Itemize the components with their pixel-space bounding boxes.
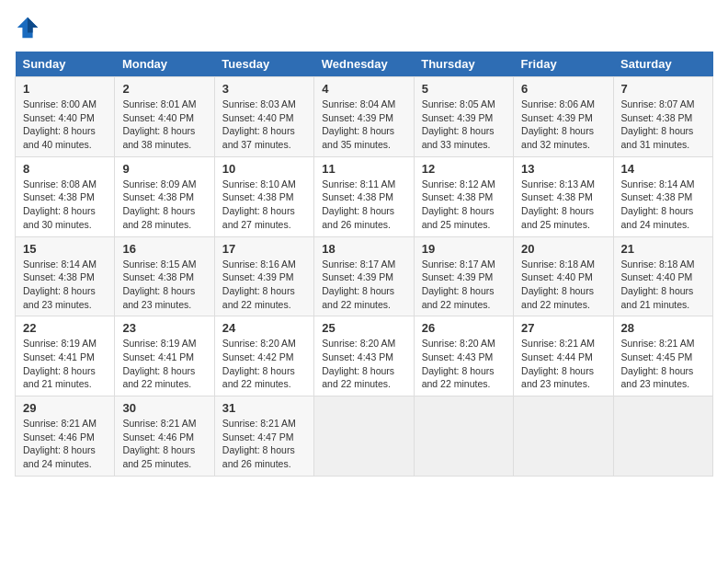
day-info: Sunrise: 8:09 AM Sunset: 4:38 PM Dayligh… — [122, 178, 206, 232]
day-info: Sunrise: 8:18 AM Sunset: 4:40 PM Dayligh… — [621, 258, 705, 312]
weekday-tuesday: Tuesday — [214, 52, 313, 77]
day-info: Sunrise: 8:21 AM Sunset: 4:44 PM Dayligh… — [521, 337, 605, 391]
weekday-header-row: SundayMondayTuesdayWednesdayThursdayFrid… — [16, 52, 713, 77]
day-info: Sunrise: 8:01 AM Sunset: 4:40 PM Dayligh… — [122, 98, 206, 152]
day-cell: 17Sunrise: 8:16 AM Sunset: 4:39 PM Dayli… — [214, 236, 313, 316]
day-cell: 20Sunrise: 8:18 AM Sunset: 4:40 PM Dayli… — [514, 236, 613, 316]
day-cell: 19Sunrise: 8:17 AM Sunset: 4:39 PM Dayli… — [414, 236, 513, 316]
day-cell: 16Sunrise: 8:15 AM Sunset: 4:38 PM Dayli… — [115, 236, 214, 316]
day-cell — [314, 396, 414, 477]
day-cell: 23Sunrise: 8:19 AM Sunset: 4:41 PM Dayli… — [115, 316, 214, 396]
day-info: Sunrise: 8:03 AM Sunset: 4:40 PM Dayligh… — [222, 98, 306, 152]
day-number: 31 — [222, 401, 306, 415]
day-number: 21 — [621, 242, 705, 256]
day-cell: 31Sunrise: 8:21 AM Sunset: 4:47 PM Dayli… — [214, 396, 313, 477]
calendar-table: SundayMondayTuesdayWednesdayThursdayFrid… — [15, 52, 713, 477]
weekday-monday: Monday — [115, 52, 214, 77]
day-cell: 11Sunrise: 8:11 AM Sunset: 4:38 PM Dayli… — [314, 156, 414, 236]
day-number: 16 — [122, 242, 206, 256]
day-info: Sunrise: 8:20 AM Sunset: 4:43 PM Dayligh… — [322, 337, 405, 391]
day-cell: 3Sunrise: 8:03 AM Sunset: 4:40 PM Daylig… — [214, 77, 313, 157]
day-info: Sunrise: 8:15 AM Sunset: 4:38 PM Dayligh… — [122, 258, 206, 312]
weekday-wednesday: Wednesday — [314, 52, 414, 77]
day-info: Sunrise: 8:20 AM Sunset: 4:42 PM Dayligh… — [222, 337, 306, 391]
day-cell: 13Sunrise: 8:13 AM Sunset: 4:38 PM Dayli… — [514, 156, 613, 236]
week-row-5: 29Sunrise: 8:21 AM Sunset: 4:46 PM Dayli… — [16, 396, 713, 477]
week-row-2: 8Sunrise: 8:08 AM Sunset: 4:38 PM Daylig… — [16, 156, 713, 236]
day-info: Sunrise: 8:21 AM Sunset: 4:47 PM Dayligh… — [222, 417, 306, 471]
day-info: Sunrise: 8:21 AM Sunset: 4:45 PM Dayligh… — [621, 337, 705, 391]
day-cell: 15Sunrise: 8:14 AM Sunset: 4:38 PM Dayli… — [16, 236, 115, 316]
day-info: Sunrise: 8:19 AM Sunset: 4:41 PM Dayligh… — [122, 337, 206, 391]
weekday-thursday: Thursday — [414, 52, 513, 77]
day-cell — [414, 396, 513, 477]
weekday-sunday: Sunday — [16, 52, 115, 77]
day-cell: 21Sunrise: 8:18 AM Sunset: 4:40 PM Dayli… — [613, 236, 712, 316]
day-cell: 2Sunrise: 8:01 AM Sunset: 4:40 PM Daylig… — [115, 77, 214, 157]
day-number: 6 — [521, 82, 605, 96]
weekday-saturday: Saturday — [613, 52, 712, 77]
day-info: Sunrise: 8:13 AM Sunset: 4:38 PM Dayligh… — [521, 178, 605, 232]
day-number: 28 — [621, 321, 705, 335]
day-info: Sunrise: 8:17 AM Sunset: 4:39 PM Dayligh… — [422, 258, 506, 312]
day-info: Sunrise: 8:00 AM Sunset: 4:40 PM Dayligh… — [23, 98, 107, 152]
page-header — [15, 15, 713, 40]
day-cell: 12Sunrise: 8:12 AM Sunset: 4:38 PM Dayli… — [414, 156, 513, 236]
day-info: Sunrise: 8:11 AM Sunset: 4:38 PM Dayligh… — [322, 178, 405, 232]
day-number: 13 — [521, 162, 605, 176]
day-number: 20 — [521, 242, 605, 256]
day-cell: 22Sunrise: 8:19 AM Sunset: 4:41 PM Dayli… — [16, 316, 115, 396]
day-number: 11 — [322, 162, 405, 176]
day-number: 18 — [322, 242, 405, 256]
day-cell: 24Sunrise: 8:20 AM Sunset: 4:42 PM Dayli… — [214, 316, 313, 396]
day-cell: 10Sunrise: 8:10 AM Sunset: 4:38 PM Dayli… — [214, 156, 313, 236]
day-number: 14 — [621, 162, 705, 176]
day-info: Sunrise: 8:12 AM Sunset: 4:38 PM Dayligh… — [422, 178, 506, 232]
day-info: Sunrise: 8:21 AM Sunset: 4:46 PM Dayligh… — [23, 417, 107, 471]
day-info: Sunrise: 8:06 AM Sunset: 4:39 PM Dayligh… — [521, 98, 605, 152]
day-info: Sunrise: 8:16 AM Sunset: 4:39 PM Dayligh… — [222, 258, 306, 312]
day-info: Sunrise: 8:17 AM Sunset: 4:39 PM Dayligh… — [322, 258, 405, 312]
day-cell: 30Sunrise: 8:21 AM Sunset: 4:46 PM Dayli… — [115, 396, 214, 477]
day-number: 23 — [122, 321, 206, 335]
day-number: 22 — [23, 321, 107, 335]
day-info: Sunrise: 8:14 AM Sunset: 4:38 PM Dayligh… — [621, 178, 705, 232]
day-cell: 18Sunrise: 8:17 AM Sunset: 4:39 PM Dayli… — [314, 236, 414, 316]
day-number: 9 — [122, 162, 206, 176]
day-number: 27 — [521, 321, 605, 335]
day-info: Sunrise: 8:10 AM Sunset: 4:38 PM Dayligh… — [222, 178, 306, 232]
day-info: Sunrise: 8:04 AM Sunset: 4:39 PM Dayligh… — [322, 98, 405, 152]
day-cell: 8Sunrise: 8:08 AM Sunset: 4:38 PM Daylig… — [16, 156, 115, 236]
day-number: 12 — [422, 162, 506, 176]
day-info: Sunrise: 8:20 AM Sunset: 4:43 PM Dayligh… — [422, 337, 506, 391]
day-number: 26 — [422, 321, 506, 335]
logo-icon — [15, 15, 40, 40]
day-cell: 25Sunrise: 8:20 AM Sunset: 4:43 PM Dayli… — [314, 316, 414, 396]
week-row-1: 1Sunrise: 8:00 AM Sunset: 4:40 PM Daylig… — [16, 77, 713, 157]
day-number: 19 — [422, 242, 506, 256]
day-cell: 28Sunrise: 8:21 AM Sunset: 4:45 PM Dayli… — [613, 316, 712, 396]
day-info: Sunrise: 8:14 AM Sunset: 4:38 PM Dayligh… — [23, 258, 107, 312]
day-number: 5 — [422, 82, 506, 96]
day-cell: 7Sunrise: 8:07 AM Sunset: 4:38 PM Daylig… — [613, 77, 712, 157]
day-info: Sunrise: 8:05 AM Sunset: 4:39 PM Dayligh… — [422, 98, 506, 152]
day-number: 30 — [122, 401, 206, 415]
day-info: Sunrise: 8:08 AM Sunset: 4:38 PM Dayligh… — [23, 178, 107, 232]
day-info: Sunrise: 8:18 AM Sunset: 4:40 PM Dayligh… — [521, 258, 605, 312]
day-number: 25 — [322, 321, 405, 335]
weekday-friday: Friday — [514, 52, 613, 77]
day-number: 1 — [23, 82, 107, 96]
day-number: 29 — [23, 401, 107, 415]
day-cell: 26Sunrise: 8:20 AM Sunset: 4:43 PM Dayli… — [414, 316, 513, 396]
day-cell: 1Sunrise: 8:00 AM Sunset: 4:40 PM Daylig… — [16, 77, 115, 157]
day-cell: 4Sunrise: 8:04 AM Sunset: 4:39 PM Daylig… — [314, 77, 414, 157]
day-cell: 29Sunrise: 8:21 AM Sunset: 4:46 PM Dayli… — [16, 396, 115, 477]
day-info: Sunrise: 8:21 AM Sunset: 4:46 PM Dayligh… — [122, 417, 206, 471]
logo — [15, 15, 44, 40]
svg-marker-1 — [28, 17, 38, 33]
day-cell: 9Sunrise: 8:09 AM Sunset: 4:38 PM Daylig… — [115, 156, 214, 236]
day-number: 15 — [23, 242, 107, 256]
week-row-3: 15Sunrise: 8:14 AM Sunset: 4:38 PM Dayli… — [16, 236, 713, 316]
day-cell — [613, 396, 712, 477]
day-number: 8 — [23, 162, 107, 176]
